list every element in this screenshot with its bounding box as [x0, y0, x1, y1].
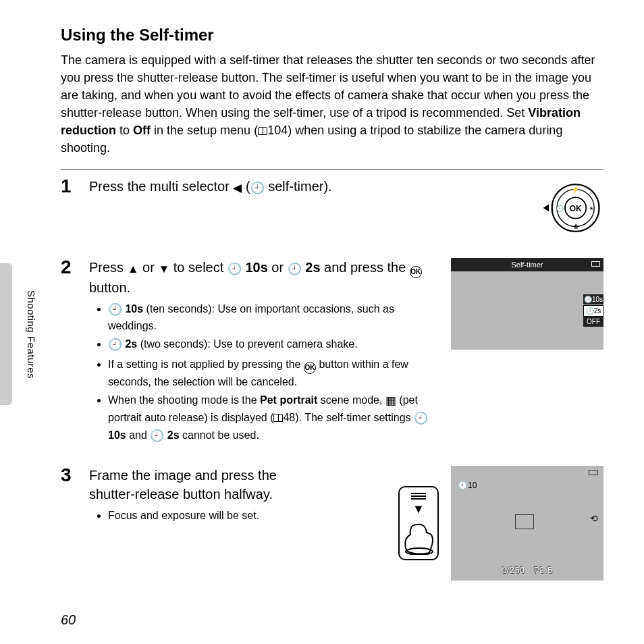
shutter-halfpress-illustration: ▼ [398, 486, 439, 560]
multi-selector-dial-illustration: OK ⚡ ❀ 🕘 ☀ [541, 177, 603, 239]
page-ref-icon [258, 127, 267, 135]
up-triangle-icon: ▲ [128, 263, 139, 275]
step-3: 3 Frame the image and press the shutter-… [61, 466, 603, 581]
svg-marker-0 [543, 204, 549, 211]
ok-label: OK [570, 203, 582, 213]
step-1: 1 Press the multi selector ◀ (🕘 self-tim… [61, 177, 603, 239]
vr-icon: ⟲ [590, 513, 598, 524]
self-timer-icon: 🕘 [250, 182, 265, 194]
screen-title: Self-timer [511, 261, 543, 269]
svg-text:❀: ❀ [573, 223, 579, 230]
ok-button-icon: OK [410, 266, 422, 278]
timer-option-off: OFF [583, 317, 603, 327]
battery-icon [589, 470, 598, 475]
step-2: 2 Press ▲ or ▼ to select 🕘 10s or 🕘 2s a… [61, 258, 603, 448]
self-timer-icon: 🕘 [288, 263, 302, 275]
timer-option-10s: 🕘10s [583, 294, 603, 305]
finger-press-icon [402, 518, 436, 555]
self-timer-icon: 🕘 [227, 263, 242, 275]
page-number: 60 [61, 612, 76, 628]
svg-text:🕘: 🕘 [556, 204, 564, 212]
step-2-title: Press ▲ or ▼ to select 🕘 10s or 🕘 2s and… [89, 258, 435, 297]
list-item: When the shooting mode is the Pet portra… [108, 392, 435, 444]
step-number: 2 [61, 258, 80, 448]
step-1-title: Press the multi selector ◀ (🕘 self-timer… [89, 177, 525, 196]
self-timer-menu-screen: Self-timer 🕘10s 🕘2s OFF [451, 258, 603, 350]
list-item: If a setting is not applied by pressing … [108, 356, 435, 390]
page-ref-icon [273, 414, 283, 422]
self-timer-icon: 🕘 [150, 429, 164, 442]
down-triangle-icon: ▼ [158, 263, 169, 275]
timer-option-2s: 🕘2s [583, 305, 603, 317]
step-number: 1 [61, 177, 80, 239]
list-item: Focus and exposure will be set. [108, 508, 382, 523]
self-timer-icon: 🕘 [108, 338, 122, 351]
svg-text:☀: ☀ [589, 205, 594, 211]
timer-indicator: 🕘10 [458, 481, 477, 490]
list-item: 🕘 10s (ten seconds): Use on important oc… [108, 301, 435, 334]
step-number: 3 [61, 466, 80, 581]
self-timer-icon: 🕘 [108, 303, 122, 316]
framing-screen: 🕘10 ⟲ 1/250 F3.5 [451, 466, 603, 581]
list-item: 🕘 2s (two seconds): Use to prevent camer… [108, 336, 435, 354]
down-arrow-icon: ▼ [412, 502, 425, 516]
pet-release-icon: ▦ [385, 394, 396, 407]
step-2-bullets: 🕘 10s (ten seconds): Use on important oc… [89, 301, 435, 445]
separator [61, 169, 603, 170]
svg-text:⚡: ⚡ [571, 185, 580, 194]
self-timer-icon: 🕘 [414, 412, 428, 425]
section-tab [0, 263, 12, 405]
step-3-title: Frame the image and press the shutter-re… [89, 466, 305, 504]
section-label: Shooting Features [26, 290, 37, 379]
step-3-bullets: Focus and exposure will be set. [89, 508, 382, 523]
focus-area-icon [515, 514, 534, 529]
left-triangle-icon: ◀ [233, 182, 242, 194]
battery-icon [591, 261, 600, 267]
ok-button-icon: OK [304, 362, 316, 374]
exposure-readout: 1/250 F3.5 [451, 566, 603, 575]
page-title: Using the Self-timer [61, 26, 603, 45]
intro-paragraph: The camera is equipped with a self-timer… [61, 51, 603, 157]
